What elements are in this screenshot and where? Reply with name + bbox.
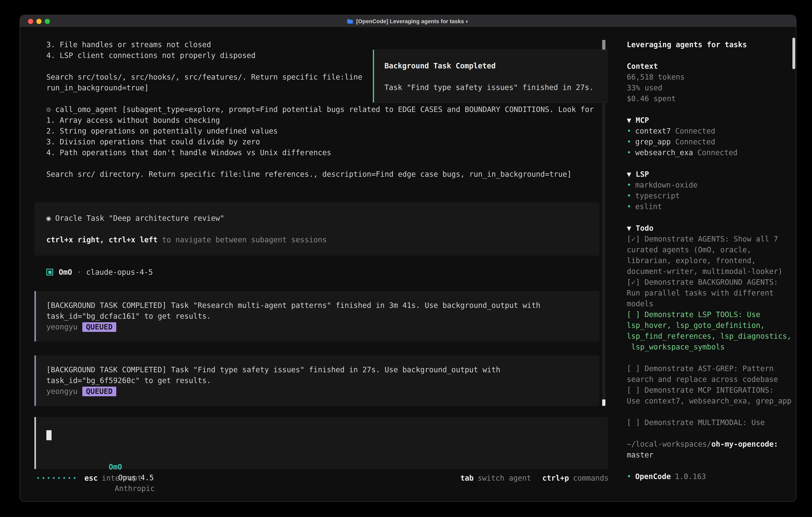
- prompt-input[interactable]: OmO Opus 4.5 Anthropic: [34, 417, 608, 469]
- input-cursor-line: [36, 429, 608, 440]
- shortcut-text: to navigate between subagent sessions: [162, 236, 327, 244]
- oracle-task-title: ◉ Oracle Task "Deep architecture review": [34, 213, 600, 223]
- status-left: •••••••• esc interrupt: [34, 474, 142, 482]
- gear-icon: ⚙: [46, 105, 51, 113]
- chat-line: Search src/ directory. Return specific f…: [34, 169, 608, 180]
- bullet-icon: •: [627, 181, 631, 189]
- lsp-item: •eslint: [627, 201, 796, 212]
- message-author: yeongyu: [46, 323, 78, 331]
- lsp-section-heading[interactable]: ▼ LSP: [627, 169, 796, 180]
- screen: [OpenCode] Leveraging agents for tasks ◐…: [0, 0, 812, 517]
- ctrlp-key-hint: ctrl+p: [542, 474, 569, 482]
- current-provider-label: Anthropic: [115, 483, 155, 494]
- tab-key-label: switch agent: [478, 474, 531, 482]
- status-bar: •••••••• esc interrupt tab switch agent …: [34, 472, 608, 483]
- context-used: 33% used: [627, 82, 796, 93]
- record-icon: ◉: [46, 214, 51, 222]
- context-spent: $0.46 spent: [627, 93, 796, 104]
- bullet-icon: •: [627, 148, 631, 157]
- opencode-window: [OpenCode] Leveraging agents for tasks ◐…: [20, 15, 796, 502]
- message-text: [BACKGROUND TASK COMPLETED] Task "Resear…: [36, 300, 600, 311]
- chat-line: 3. File handles or streams not closed: [34, 39, 608, 50]
- git-branch: master: [627, 450, 796, 460]
- current-agent-label[interactable]: OmO: [109, 461, 122, 472]
- todo-item-done: [✓] Demonstrate AGENTS: Show all 7 curat…: [627, 234, 796, 277]
- mcp-status: Connected: [675, 138, 715, 146]
- toast-title: Background Task Completed: [374, 60, 607, 71]
- bullet-icon: •: [627, 202, 631, 211]
- mcp-name: websearch_exa: [635, 148, 693, 157]
- message-block: [BACKGROUND TASK COMPLETED] Task "Find t…: [34, 355, 600, 406]
- shortcut-keys: ctrl+x right, ctrl+x left: [46, 236, 157, 244]
- context-heading: Context: [627, 61, 796, 72]
- chat-scrollbar-thumb-top[interactable]: [602, 40, 605, 50]
- bullet-icon: •: [627, 127, 631, 135]
- chat-area: 3. File handles or streams not closed 4.…: [20, 27, 608, 502]
- message-block: [BACKGROUND TASK COMPLETED] Task "Resear…: [34, 291, 600, 342]
- mcp-item: •context7Connected: [627, 126, 796, 136]
- lsp-item: •typescript: [627, 190, 796, 201]
- sidebar-scrollbar-thumb[interactable]: [792, 37, 795, 69]
- input-model-row: OmO Opus 4.5 Anthropic: [36, 451, 608, 461]
- app-version: 1.0.163: [675, 472, 706, 481]
- separator-dot: ·: [77, 267, 81, 277]
- mcp-section-heading[interactable]: ▼ MCP: [627, 115, 796, 126]
- oracle-shortcut-hint: ctrl+x right, ctrl+x left to navigate be…: [34, 234, 600, 245]
- mcp-status: Connected: [697, 148, 738, 157]
- todo-item-pending: [ ] Demonstrate AST-GREP: Pattern search…: [627, 363, 796, 385]
- agent-icon: [46, 269, 53, 275]
- message-text: task_id="bg_dcfac161" to get results.: [36, 311, 600, 322]
- mcp-item: •websearch_exaConnected: [627, 147, 796, 158]
- window-title-text: [OpenCode] Leveraging agents for tasks: [356, 18, 464, 24]
- window-title: [OpenCode] Leveraging agents for tasks ◐: [20, 15, 796, 28]
- todo-item-active: [ ] Demonstrate LSP TOOLS: Use lsp_hover…: [627, 309, 796, 352]
- text-cursor: [46, 430, 52, 440]
- agent-header: OmO · claude-opus-4-5: [34, 267, 608, 277]
- message-text: task_id="bg_6f59260c" to get results.: [36, 375, 600, 386]
- app-version-row: •OpenCode1.0.163: [627, 471, 796, 482]
- mcp-item: •grep_appConnected: [627, 136, 796, 147]
- agent-model: claude-opus-4-5: [86, 267, 153, 277]
- context-tokens: 66,518 tokens: [627, 72, 796, 82]
- status-badge: QUEUED: [82, 387, 116, 396]
- mcp-status: Connected: [675, 127, 715, 135]
- message-text: [BACKGROUND TASK COMPLETED] Task "Find t…: [36, 364, 600, 375]
- todo-item-done: [✓] Demonstrate BACKGROUND AGENTS: Run p…: [627, 277, 796, 309]
- bullet-icon: •: [627, 138, 631, 146]
- agent-name: OmO: [59, 267, 72, 277]
- tool-call-text: call_omo_agent [subagent_type=explore, p…: [55, 105, 594, 113]
- tab-key-hint: tab: [460, 474, 474, 482]
- workspace-path-prefix: ~/local-workspaces/: [627, 440, 711, 448]
- chat-line: 1. Array access without bounds checking: [34, 115, 608, 126]
- message-meta: yeongyuQUEUED: [36, 322, 600, 332]
- workspace-name: oh-my-opencode:: [711, 440, 778, 448]
- mcp-name: context7: [635, 127, 671, 135]
- session-sidebar: Leveraging agents for tasks Context 66,5…: [618, 27, 796, 502]
- chat-line: 4. Path operations that don't handle Win…: [34, 147, 608, 158]
- status-badge: QUEUED: [82, 322, 116, 332]
- activity-dots-icon: ••••••••: [36, 474, 78, 482]
- window-title-suffix: ◐: [466, 18, 469, 24]
- message-meta: yeongyuQUEUED: [36, 386, 600, 397]
- background-task-toast: Background Task Completed Task "Find typ…: [373, 50, 607, 103]
- bullet-icon: •: [627, 472, 631, 481]
- ctrlp-key-label: commands: [573, 474, 608, 482]
- folder-icon: [347, 16, 353, 28]
- content-row: 3. File handles or streams not closed 4.…: [20, 27, 796, 502]
- bullet-icon: •: [627, 192, 631, 200]
- esc-key-hint: esc: [85, 474, 98, 482]
- todo-item-pending: [ ] Demonstrate MULTIMODAL: Use: [627, 417, 796, 428]
- todo-section-heading[interactable]: ▼ Todo: [627, 223, 796, 234]
- tool-call-line: ⚙ call_omo_agent [subagent_type=explore,…: [34, 104, 608, 115]
- toast-body: Task "Find type safety issues" finished …: [374, 82, 607, 93]
- message-author: yeongyu: [46, 387, 78, 396]
- mcp-name: grep_app: [635, 138, 671, 146]
- app-name: OpenCode: [635, 472, 671, 481]
- session-title: Leveraging agents for tasks: [627, 39, 796, 50]
- titlebar: [OpenCode] Leveraging agents for tasks ◐: [20, 15, 796, 27]
- oracle-task-panel[interactable]: ◉ Oracle Task "Deep architecture review"…: [34, 202, 600, 255]
- workspace-path: ~/local-workspaces/oh-my-opencode:: [627, 439, 796, 450]
- lsp-item: •markdown-oxide: [627, 180, 796, 190]
- chat-line: 3. Division operations that could divide…: [34, 136, 608, 147]
- chat-scrollbar-thumb[interactable]: [602, 400, 605, 406]
